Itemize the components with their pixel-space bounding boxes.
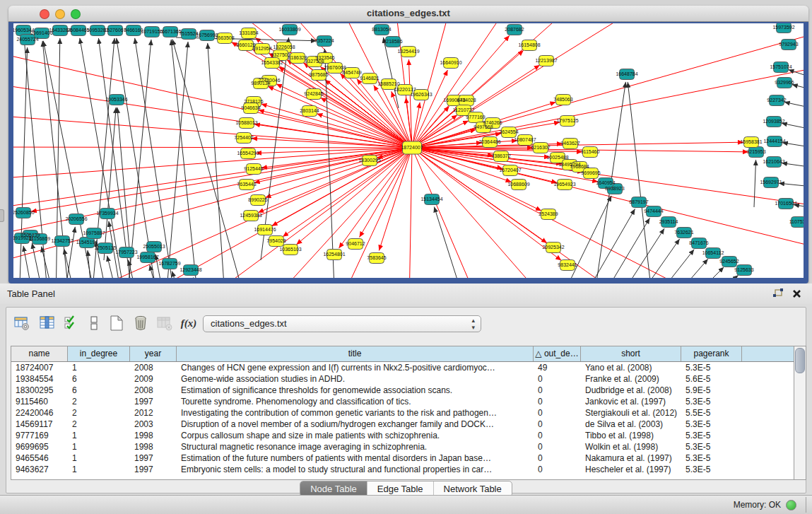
table-selector-dropdown[interactable]: citations_edges.txt ▴▾ <box>203 315 481 332</box>
cell-year: 2012 <box>130 407 177 419</box>
graph-edge <box>165 42 188 278</box>
graph-node-label: 11545194 <box>76 240 98 245</box>
graph-node-label: 9125443 <box>244 166 263 171</box>
graph-node-label: 19654923 <box>553 182 575 187</box>
graph-edge <box>412 23 452 148</box>
table-row[interactable]: 1938455462009Genome-wide association stu… <box>11 373 794 385</box>
network-canvas-frame: 1872400719605344240557242069140616433284… <box>8 22 808 284</box>
graph-node-label: 16720407 <box>499 168 521 173</box>
select-columns-icon[interactable] <box>61 313 81 333</box>
graph-node-label: 10365103 <box>279 247 301 252</box>
cell-out_de: 0 <box>534 430 581 441</box>
column-header-short[interactable]: short <box>581 346 681 361</box>
table-row[interactable]: 1872400712008Changes of HCN gene express… <box>11 362 794 373</box>
cell-out_de: 0 <box>534 419 581 430</box>
graph-node-label: 25055013 <box>143 244 165 249</box>
tab-network-table[interactable]: Network Table <box>434 481 512 496</box>
cell-name: 19384554 <box>11 373 68 385</box>
window-titlebar[interactable]: citations_edges.txt <box>8 6 808 22</box>
graph-node-label: 18300295 <box>358 158 380 163</box>
graph-edge <box>412 30 804 148</box>
cell-out_de: 0 <box>534 464 581 475</box>
delete-table-icon[interactable] <box>131 313 151 333</box>
column-header-pagerank[interactable]: pagerank <box>681 346 742 361</box>
graph-node-label: 12505135 <box>94 245 116 250</box>
column-header-out_de[interactable]: △ out_de… <box>534 346 581 361</box>
table-row[interactable]: 946554611997Estimation of the future num… <box>11 452 794 464</box>
graph-node-label: 9832441 <box>558 262 577 267</box>
new-table-icon[interactable] <box>107 313 126 333</box>
graph-node-label: 12342757 <box>51 238 73 243</box>
cell-out_de: 49 <box>534 362 581 373</box>
graph-node-label: 6879197 <box>629 199 648 204</box>
column-header-in_degree[interactable]: in_degree <box>68 346 130 361</box>
column-header-title[interactable]: title <box>177 346 534 361</box>
graph-node-label: 15692971 <box>760 180 782 185</box>
table-row[interactable]: 977716911998Corpus callosum shape and si… <box>11 430 794 441</box>
graph-node-label: 2524389 <box>539 211 558 216</box>
cell-short: Hescheler et al. (1997) <box>581 464 681 475</box>
scrollbar-thumb[interactable] <box>795 348 805 373</box>
graph-node-label: 7663508 <box>215 35 234 40</box>
memory-status-led-icon[interactable] <box>786 500 796 510</box>
graph-node-label: 15958381 <box>740 139 762 144</box>
graph-edge <box>579 209 635 278</box>
cell-out_de: 0 <box>534 441 581 452</box>
graph-node-label: 2087682 <box>505 27 524 32</box>
selected-table-name: citations_edges.txt <box>211 318 287 329</box>
graph-node-label: 10688609 <box>507 182 529 187</box>
table-row[interactable]: 969969511998Structural magnetic resonanc… <box>11 441 794 452</box>
graph-edge <box>265 148 412 197</box>
graph-edge <box>412 148 635 278</box>
cell-pagerank: 5.3E-5 <box>681 430 742 441</box>
graph-node-label: 9218586 <box>383 39 402 44</box>
graph-node-label: 9046712 <box>346 241 365 246</box>
graph-node-label: 16543382 <box>261 60 283 65</box>
table-row[interactable]: 2242004622012Investigating the contribut… <box>11 407 794 419</box>
cell-year: 2008 <box>130 385 177 396</box>
statusbar-divider <box>806 497 806 513</box>
graph-node-label: 23676068 <box>324 65 346 70</box>
graph-node-label: 9146821 <box>360 76 379 81</box>
graph-edge <box>409 148 412 278</box>
table-row[interactable]: 946362711997Embryonic stem cells: a mode… <box>11 464 794 475</box>
graph-edge <box>779 183 804 187</box>
cell-name: 22420046 <box>11 407 68 419</box>
graph-node-label: 9227342 <box>767 98 786 103</box>
column-header-year[interactable]: year <box>130 346 177 361</box>
cell-out_de: 0 <box>534 452 581 464</box>
table-row[interactable]: 1830029562008Estimation of significance … <box>11 385 794 396</box>
graph-node-label: 7583645 <box>367 255 386 260</box>
table-row[interactable]: 911546021997Tourette syndrome. Phenomeno… <box>11 396 794 407</box>
graph-node-label: 15751074 <box>770 64 792 69</box>
table-settings-icon[interactable] <box>12 313 32 333</box>
float-panel-icon[interactable] <box>772 288 784 300</box>
cell-year: 1998 <box>130 430 177 441</box>
column-header-name[interactable]: name <box>11 346 68 361</box>
table-vertical-scrollbar[interactable] <box>794 346 806 480</box>
cell-title: Tourette syndrome. Phenomenology and cla… <box>177 396 534 407</box>
cell-short: de Silva et al. (2003) <box>581 419 681 430</box>
graph-edge <box>632 239 680 278</box>
cell-title: Estimation of the future numbers of pati… <box>177 452 534 464</box>
graph-edge <box>667 259 708 278</box>
function-builder-icon[interactable]: f(x) <box>179 313 199 333</box>
network-graph-canvas[interactable]: 1872400719605344240557242069140616433284… <box>13 23 804 278</box>
graph-node-label: 9463627 <box>560 141 579 146</box>
graph-node-label: 16254801 <box>323 252 345 257</box>
column-view-icon[interactable] <box>37 313 57 333</box>
graph-node-label: 10975887 <box>83 230 105 235</box>
graph-node-label: 1640954 <box>596 180 615 185</box>
graph-node-label: 7632621 <box>674 230 693 235</box>
tab-edge-table[interactable]: Edge Table <box>367 481 434 496</box>
graph-node-label: 13226058 <box>273 45 295 49</box>
graph-node-label: 1331854 <box>239 30 258 35</box>
column-chooser-icon[interactable] <box>84 313 104 333</box>
collapsed-panel-grip[interactable] <box>0 209 4 222</box>
cell-pagerank: 5.6E-5 <box>681 373 742 385</box>
table-body: 1872400712008Changes of HCN gene express… <box>11 362 794 475</box>
table-row[interactable]: 1456911722003Disruption of a novel membe… <box>11 419 794 430</box>
close-panel-icon[interactable] <box>792 288 802 299</box>
graph-node-label: 25260850 <box>13 210 35 215</box>
tab-node-table[interactable]: Node Table <box>300 481 367 496</box>
